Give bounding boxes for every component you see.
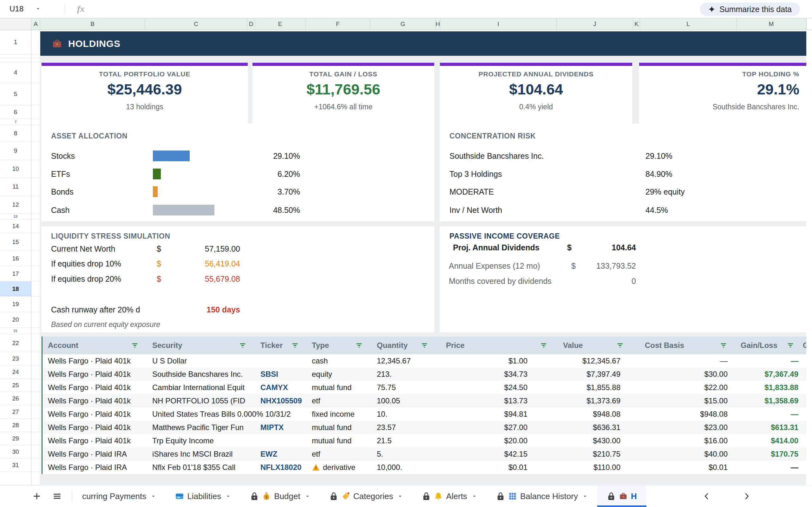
- chevron-down-icon[interactable]: [397, 494, 403, 499]
- column-header-gain-loss[interactable]: Gain/Loss: [736, 337, 803, 354]
- column-header-D[interactable]: D: [247, 18, 255, 30]
- ticker-cell: NHX105509: [255, 394, 307, 407]
- clipped-cell: [803, 461, 806, 474]
- chevron-down-icon[interactable]: [305, 494, 310, 499]
- kpi-card-projected-annual-dividends: PROJECTED ANNUAL DIVIDENDS $104.64 0.4% …: [440, 63, 632, 124]
- sheet-tab-categories[interactable]: Categories: [320, 486, 413, 507]
- column-header-G[interactable]: G: [370, 18, 436, 30]
- column-header-J[interactable]: J: [557, 18, 633, 30]
- risk-value: 84.90%: [646, 170, 672, 179]
- lock-icon: [250, 492, 259, 501]
- chevron-down-icon[interactable]: [225, 494, 231, 499]
- add-sheet-button[interactable]: [31, 490, 43, 503]
- passive-income-panel: PASSIVE INCOME COVERAGE Proj. Annual Div…: [440, 226, 806, 332]
- kpi-value: $11,769.56: [306, 80, 380, 98]
- quantity-cell: 75.75: [371, 381, 437, 394]
- column-header-L[interactable]: L: [640, 18, 737, 30]
- table-row[interactable]: Wells Fargo · Plaid 401k Cambiar Interna…: [43, 381, 806, 394]
- column-header-B[interactable]: B: [40, 18, 145, 30]
- holdings-banner: HOLDINGS: [40, 32, 806, 56]
- gain-loss-cell: —: [736, 461, 803, 474]
- risk-value: 44.5%: [646, 206, 668, 215]
- all-sheets-button[interactable]: [51, 490, 63, 503]
- ticker-cell: SBSI: [255, 368, 307, 381]
- allocation-pct: 29.10%: [254, 152, 300, 161]
- type-cell: fixed income: [307, 407, 371, 421]
- column-header-E[interactable]: E: [255, 18, 305, 30]
- table-row[interactable]: Wells Fargo · Plaid 401k United States T…: [43, 407, 806, 421]
- sheet-tab-recurring-payments[interactable]: curring Payments: [72, 486, 165, 507]
- chevron-down-icon[interactable]: [582, 494, 588, 499]
- cost-basis-cell: —: [632, 354, 736, 368]
- sheet-tab-budget[interactable]: $Budget: [241, 486, 319, 507]
- column-header-C[interactable]: C: [145, 18, 247, 30]
- filter-icon[interactable]: [540, 342, 547, 349]
- column-header-type[interactable]: Type: [307, 337, 371, 354]
- kpi-caption: 13 holdings: [126, 103, 163, 111]
- table-row[interactable]: Wells Fargo · Plaid 401k U S Dollar cash…: [43, 354, 806, 368]
- filter-icon[interactable]: [356, 342, 362, 349]
- filter-icon[interactable]: [239, 342, 246, 349]
- runway-value: 150 days: [146, 305, 240, 314]
- table-row[interactable]: Wells Fargo · Plaid IRA Nflx Feb 01'18 $…: [43, 461, 806, 474]
- tab-label: Balance History: [520, 492, 578, 501]
- summarize-data-button[interactable]: Summarize this data: [700, 3, 800, 16]
- allocation-bar: [153, 169, 161, 179]
- ticker-cell: MIPTX: [255, 421, 307, 434]
- filter-icon[interactable]: [421, 342, 428, 349]
- filter-icon[interactable]: [787, 342, 794, 349]
- type-cell: mutual fund: [307, 421, 371, 434]
- liquidity-row: If equities drop 20% $ 55,679.08: [51, 273, 425, 285]
- type-label: fixed income: [312, 410, 355, 418]
- table-row[interactable]: Wells Fargo · Plaid 401k Trp Equity Inco…: [43, 434, 806, 447]
- clipped-cell: [803, 421, 806, 434]
- column-label: Value: [563, 341, 583, 350]
- column-header-account[interactable]: Account: [43, 337, 147, 354]
- sheet-tab-liabilities[interactable]: Liabilities: [165, 486, 241, 507]
- filter-icon[interactable]: [292, 342, 299, 349]
- dashboard-canvas: HOLDINGS TOTAL PORTFOLIO VALUE $25,446.3…: [0, 30, 812, 485]
- fx-icon: fx: [77, 4, 84, 14]
- briefcase-icon: [52, 38, 62, 49]
- column-header-cost-basis[interactable]: Cost Basis: [632, 337, 736, 354]
- sheet-tab-holdings[interactable]: H: [597, 486, 647, 507]
- filter-icon[interactable]: [617, 342, 623, 349]
- chevron-down-icon[interactable]: [472, 494, 477, 499]
- column-header-value[interactable]: Value: [556, 337, 632, 354]
- value-cell: $636.31: [556, 421, 632, 434]
- column-header-A[interactable]: A: [32, 18, 40, 30]
- chevron-down-icon[interactable]: [151, 494, 156, 499]
- table-row[interactable]: Wells Fargo · Plaid 401k Matthews Pacifi…: [43, 421, 806, 434]
- quantity-cell: 23.57: [371, 421, 437, 434]
- table-row[interactable]: Wells Fargo · Plaid 401k Southside Bancs…: [43, 368, 806, 381]
- sheet-tab-balance-history[interactable]: Balance History: [487, 486, 597, 507]
- value-cell: $12,345.67: [556, 354, 632, 368]
- column-header-ticker[interactable]: Ticker: [255, 337, 307, 354]
- passive-row: Annual Expenses (12 mo) $ 133,793.52: [449, 260, 798, 272]
- filter-icon[interactable]: [131, 342, 138, 349]
- filter-icon[interactable]: [720, 342, 727, 349]
- column-header-I[interactable]: I: [440, 18, 557, 30]
- table-row[interactable]: Wells Fargo · Plaid 401k NH PORTFOLIO 10…: [43, 394, 806, 407]
- chevron-left-icon[interactable]: [700, 490, 713, 503]
- chevron-down-icon[interactable]: [36, 6, 41, 11]
- sheet-tab-alerts[interactable]: Alerts: [412, 486, 486, 507]
- price-cell: $24.50: [437, 381, 556, 394]
- column-header-K[interactable]: K: [633, 18, 640, 30]
- column-header-quantity[interactable]: Quantity: [371, 337, 437, 354]
- liquidity-label: If equities drop 10%: [51, 259, 121, 268]
- select-all-corner[interactable]: [0, 18, 32, 30]
- name-box[interactable]: U18: [0, 4, 60, 13]
- table-row[interactable]: Wells Fargo · Plaid IRA iShares Inc MSCI…: [43, 447, 806, 461]
- column-header-clipped: G: [803, 337, 806, 354]
- chevron-right-icon[interactable]: [740, 490, 753, 503]
- column-header-F[interactable]: F: [305, 18, 370, 30]
- allocation-label: Cash: [51, 206, 69, 215]
- risk-value: 29% equity: [646, 187, 685, 196]
- column-label: Cost Basis: [645, 341, 684, 350]
- column-header-H[interactable]: H: [436, 18, 440, 30]
- security-cell: Trp Equity Income: [147, 434, 255, 447]
- column-header-M[interactable]: M: [737, 18, 806, 30]
- column-header-security[interactable]: Security: [147, 337, 255, 354]
- column-header-price[interactable]: Price: [437, 337, 556, 354]
